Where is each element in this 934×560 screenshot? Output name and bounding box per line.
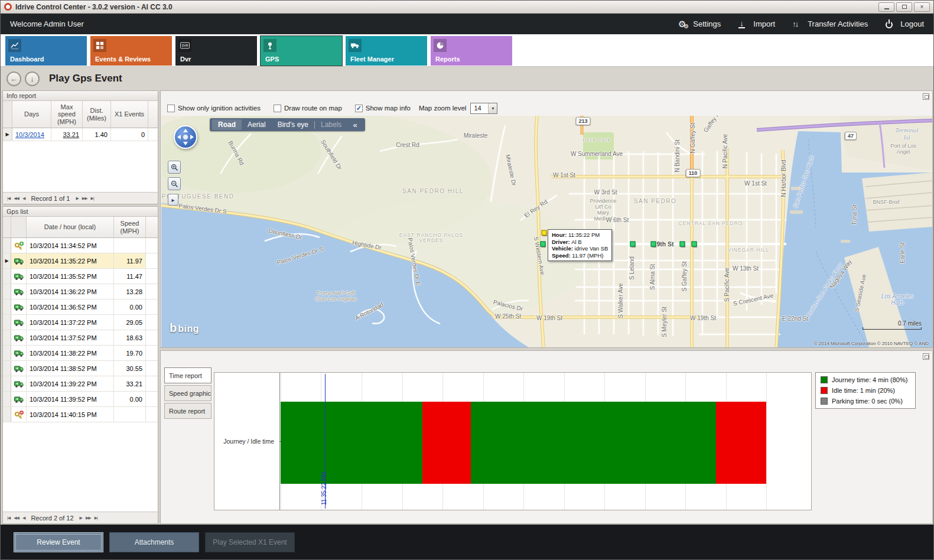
nav-tile-dvr[interactable]: DVRDvr (175, 36, 257, 66)
back-button[interactable]: ← (6, 71, 21, 86)
gps-list-row[interactable]: ▶10/3/2014 11:35:22 PM11.97 (3, 253, 158, 269)
expand-time-panel-button[interactable] (923, 353, 929, 360)
nav-next-button[interactable]: ▶ (80, 516, 82, 520)
window-titlebar: Idrive Control Center - 3.0.2 version - … (1, 1, 933, 14)
map-scale-bar (863, 327, 922, 330)
gps-list-row[interactable]: 10/3/2014 11:36:52 PM0.00 (3, 299, 158, 315)
import-button[interactable]: ↓Import (738, 19, 775, 30)
play-selected-x1-event-button[interactable]: Play Selected X1 Event (205, 532, 295, 552)
column-header[interactable]: Days (12, 101, 51, 128)
map-zoom-select[interactable]: 14 ▼ (470, 103, 497, 114)
chevron-down-icon: ▼ (488, 103, 497, 113)
expand-map-panel-button[interactable] (923, 93, 929, 100)
nav-next-page-button[interactable]: ▶▶ (82, 196, 87, 201)
nav-tile-reports[interactable]: Reports (431, 36, 512, 66)
settings-button[interactable]: ⚙⚙Settings (678, 19, 721, 30)
chart-segment-idle (422, 402, 471, 484)
nav-last-button[interactable]: ▶| (95, 516, 97, 520)
bing-logo[interactable]: b bing (170, 321, 199, 335)
grid-corner (3, 217, 11, 237)
gps-list-row[interactable]: 10/3/2014 11:40:15 PM (3, 407, 158, 422)
map-option-1[interactable]: Draw route on map (274, 105, 342, 112)
map-option-0[interactable]: Show only ignition activities (167, 105, 261, 112)
zoom-out-button[interactable] (168, 177, 181, 190)
column-header[interactable]: X1 Events (111, 101, 148, 128)
gps-point-icon (11, 284, 27, 299)
selected-route-marker[interactable] (542, 230, 547, 236)
map-zoom-label: Map zoom level (419, 105, 467, 112)
checkbox[interactable] (274, 105, 281, 112)
nav-last-button[interactable]: ▶| (91, 196, 94, 201)
map-view-labels[interactable]: Labels (315, 119, 347, 130)
map-view-aerial[interactable]: Aerial (242, 119, 272, 130)
map-side-expand-button[interactable]: ▸ (168, 194, 178, 206)
checkbox[interactable] (167, 105, 175, 112)
zoom-in-button[interactable] (168, 161, 181, 174)
attachments-button[interactable]: Attachments (109, 532, 199, 552)
row-marker (3, 299, 11, 314)
route-marker[interactable] (630, 242, 636, 247)
nav-tile-fleet-manager[interactable]: Fleet Manager (346, 36, 427, 66)
route-marker[interactable] (692, 242, 697, 247)
column-header[interactable]: Speed (MPH) (114, 217, 146, 237)
map-compass-control[interactable] (172, 123, 199, 153)
nav-tile-gps[interactable]: GPS (261, 36, 342, 66)
nav-prev-button[interactable]: ◀ (22, 196, 25, 201)
nav-next-button[interactable]: ▶ (76, 196, 78, 201)
gps-list-row[interactable]: 10/3/2014 11:38:22 PM19.70 (3, 346, 158, 361)
map-scale-text: 0.7 miles (898, 320, 922, 327)
row-marker (3, 346, 11, 360)
tab-speed-graphic[interactable]: Speed graphic (164, 385, 211, 401)
ignition-on-icon (11, 238, 27, 253)
maximize-button[interactable] (896, 2, 912, 12)
column-header[interactable]: Max speed (MPH) (51, 101, 83, 128)
gps-list-row[interactable]: 10/3/2014 11:39:52 PM0.00 (3, 392, 158, 407)
info-report-row[interactable]: ▶10/3/201433.211.400 (3, 128, 158, 141)
nav-prev-button[interactable]: ◀ (22, 516, 25, 520)
close-button[interactable]: × (914, 2, 930, 12)
checkbox[interactable]: ✓ (355, 105, 363, 112)
gps-list-row[interactable]: 10/3/2014 11:34:52 PM (3, 238, 158, 253)
map-view-road[interactable]: Road (212, 119, 242, 130)
gps-list-row[interactable]: 10/3/2014 11:35:52 PM11.47 (3, 269, 158, 284)
tab-route-report[interactable]: Route report (164, 403, 211, 419)
gps-list-row[interactable]: 10/3/2014 11:36:22 PM13.28 (3, 284, 158, 299)
minimize-icon (884, 8, 889, 9)
minimize-button[interactable] (878, 2, 894, 12)
map-canvas[interactable]: Hour: 11:35:22 PMDriver: Al BVehicle: id… (161, 116, 932, 347)
route-marker[interactable] (541, 242, 546, 247)
gps-list-row[interactable]: 10/3/2014 11:37:52 PM18.63 (3, 330, 158, 346)
review-event-button[interactable]: Review Event (14, 532, 103, 552)
page-title: Play Gps Event (49, 73, 122, 84)
logout-button[interactable]: Logout (886, 19, 924, 30)
route-marker[interactable] (680, 242, 685, 247)
icon-column-header (11, 217, 27, 237)
gps-list-row[interactable]: 10/3/2014 11:38:52 PM30.55 (3, 361, 158, 376)
tab-time-report[interactable]: Time report (164, 367, 211, 383)
map-option-2[interactable]: ✓Show map info (355, 105, 411, 112)
row-marker (3, 407, 11, 422)
row-marker (3, 330, 11, 345)
transfer-activities-button[interactable]: ↑↓Transfer Activities (793, 19, 868, 30)
nav-prev-page-button[interactable]: ◀◀ (14, 516, 19, 520)
nav-first-button[interactable]: |◀ (7, 196, 10, 201)
gps-list-row[interactable]: 10/3/2014 11:37:22 PM29.05 (3, 315, 158, 330)
nav-tile-dashboard[interactable]: Dashboard (5, 36, 87, 66)
nav-first-button[interactable]: |◀ (7, 516, 10, 520)
days-cell[interactable]: 10/3/2014 (12, 128, 51, 141)
viewbar-collapse-button[interactable]: « (347, 121, 362, 129)
column-header[interactable]: Date / hour (local) (27, 217, 114, 237)
tile-label: Reports (435, 56, 460, 63)
nav-next-page-button[interactable]: ▶▶ (86, 516, 91, 520)
route-marker[interactable] (651, 242, 656, 247)
row-marker (3, 284, 11, 299)
column-header[interactable]: Dist. (Miles) (83, 101, 111, 128)
down-button[interactable]: ↓ (25, 71, 40, 86)
nav-tile-events-reviews[interactable]: Events & Reviews (90, 36, 172, 66)
info-report-body: ▶10/3/201433.211.400 (3, 128, 158, 192)
nav-prev-page-button[interactable]: ◀◀ (14, 196, 19, 201)
gps-list-row[interactable]: 10/3/2014 11:39:22 PM33.21 (3, 376, 158, 392)
map-view-bird-s-eye[interactable]: Bird's eye (272, 119, 314, 130)
date-link[interactable]: 10/3/2014 (15, 131, 44, 138)
info-report-panel-title: Info report (3, 91, 158, 101)
